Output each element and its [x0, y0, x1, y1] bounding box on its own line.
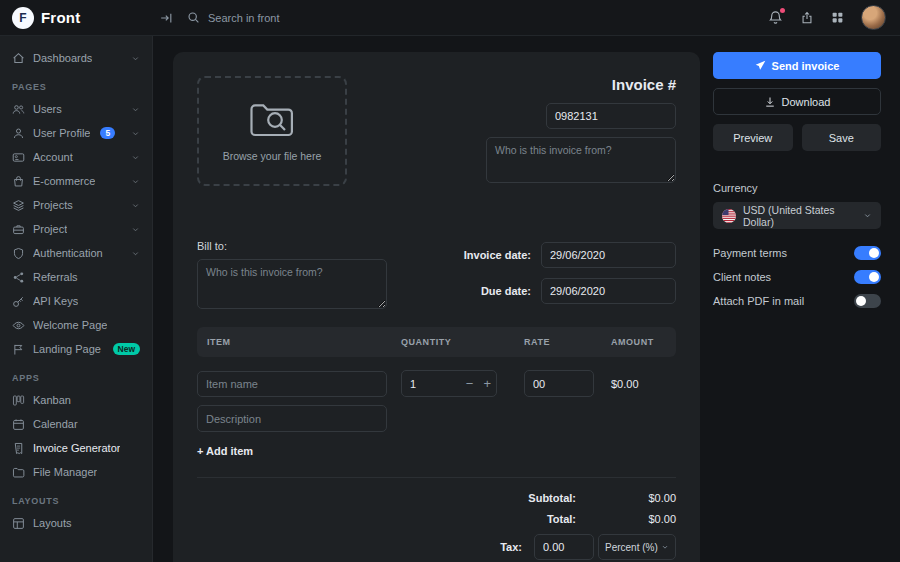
key-icon	[12, 295, 25, 308]
sidebar-item-api-keys[interactable]: API Keys	[0, 289, 152, 313]
logo-upload-dropzone[interactable]: Browse your file here	[197, 76, 347, 186]
sidebar-section-pages: PAGES	[12, 82, 140, 92]
folder-icon	[12, 466, 25, 479]
sidebar-item-account[interactable]: Account	[0, 145, 152, 169]
item-row: − + $0.00	[197, 370, 676, 397]
due-date-label: Due date:	[481, 285, 531, 297]
currency-label: Currency	[713, 182, 881, 194]
main-content: Browse your file here Invoice # Bill to:…	[154, 36, 900, 562]
search-input[interactable]	[208, 12, 388, 24]
sidebar-item-invoice-generator[interactable]: Invoice Generator	[0, 436, 152, 460]
sidebar-item-authentication[interactable]: Authentication	[0, 241, 152, 265]
chevron-down-icon	[131, 54, 140, 63]
sidebar-item-projects[interactable]: Projects	[0, 193, 152, 217]
quantity-increase-button[interactable]: +	[478, 377, 496, 390]
sidebar-item-ecommerce[interactable]: E-commerce	[0, 169, 152, 193]
preview-button[interactable]: Preview	[713, 124, 793, 151]
us-flag-icon	[722, 209, 736, 223]
invoice-date-input[interactable]	[541, 242, 676, 268]
payment-terms-label: Payment terms	[713, 247, 787, 259]
sidebar-collapse-icon[interactable]	[159, 11, 173, 25]
sidebar-item-layouts[interactable]: Layouts	[0, 511, 152, 535]
sidebar: Dashboards PAGES Users User Profile 5 Ac…	[0, 36, 153, 562]
quantity-stepper: − +	[401, 370, 497, 397]
calendar-icon	[12, 418, 25, 431]
due-date-input[interactable]	[541, 278, 676, 304]
upload-caption: Browse your file here	[223, 150, 322, 162]
download-button[interactable]: Download	[713, 88, 881, 115]
total-label: Total:	[547, 513, 576, 525]
col-item: ITEM	[207, 337, 401, 347]
invoice-from-textarea[interactable]	[486, 137, 676, 183]
shopping-bag-icon	[12, 175, 25, 188]
notification-dot	[780, 8, 785, 13]
brand[interactable]: F Front	[0, 7, 153, 29]
navbar-actions	[768, 5, 900, 30]
export-icon[interactable]	[800, 11, 814, 25]
layers-icon	[12, 199, 25, 212]
rate-input[interactable]	[524, 370, 594, 397]
sidebar-item-dashboards[interactable]: Dashboards	[0, 46, 152, 70]
quantity-input[interactable]	[402, 378, 436, 390]
sidebar-item-project[interactable]: Project	[0, 217, 152, 241]
totals-divider	[197, 477, 676, 478]
sidebar-item-user-profile[interactable]: User Profile 5	[0, 121, 152, 145]
folder-search-icon	[249, 101, 295, 139]
quantity-decrease-button[interactable]: −	[461, 377, 479, 390]
tax-type-value: Percent (%)	[605, 542, 658, 553]
chevron-down-icon	[131, 153, 140, 162]
attach-pdf-toggle[interactable]	[854, 294, 881, 308]
save-button[interactable]: Save	[802, 124, 882, 151]
chevron-down-icon	[131, 177, 140, 186]
sidebar-item-kanban[interactable]: Kanban	[0, 388, 152, 412]
brand-name: Front	[41, 9, 80, 26]
item-name-input[interactable]	[197, 371, 387, 397]
chevron-down-icon	[131, 105, 140, 114]
currency-value: USD (United States Dollar)	[743, 204, 856, 228]
item-description-input[interactable]	[197, 405, 387, 432]
sidebar-item-landing-page[interactable]: Landing Page New	[0, 337, 152, 361]
count-badge: 5	[100, 127, 115, 139]
global-search[interactable]	[187, 11, 388, 24]
sidebar-section-layouts: LAYOUTS	[12, 496, 140, 506]
apps-grid-icon[interactable]	[831, 11, 844, 24]
eye-icon	[12, 319, 25, 332]
notifications-bell-icon[interactable]	[768, 10, 783, 25]
sidebar-item-users[interactable]: Users	[0, 97, 152, 121]
shield-icon	[12, 247, 25, 260]
briefcase-icon	[12, 223, 25, 236]
sidebar-item-welcome-page[interactable]: Welcome Page	[0, 313, 152, 337]
client-notes-toggle[interactable]	[854, 270, 881, 284]
total-value: $0.00	[576, 513, 676, 525]
id-card-icon	[12, 151, 25, 164]
sidebar-item-calendar[interactable]: Calendar	[0, 412, 152, 436]
col-amount: AMOUNT	[611, 337, 666, 347]
payment-terms-toggle[interactable]	[854, 246, 881, 260]
chevron-down-icon	[131, 249, 140, 258]
top-navbar: F Front	[0, 0, 900, 36]
tax-label: Tax:	[500, 541, 522, 553]
tax-value-input[interactable]	[534, 534, 594, 560]
chevron-down-icon	[131, 225, 140, 234]
invoice-number-input[interactable]	[546, 103, 676, 129]
users-icon	[12, 103, 25, 116]
tax-type-select[interactable]: Percent (%)	[598, 534, 676, 560]
user-avatar[interactable]	[861, 5, 886, 30]
subtotal-label: Subtotal:	[528, 492, 576, 504]
currency-select[interactable]: USD (United States Dollar)	[713, 202, 881, 229]
bill-to-textarea[interactable]	[197, 259, 387, 309]
flag-icon	[12, 343, 25, 356]
new-badge: New	[113, 343, 140, 355]
actions-panel: Send invoice Download Preview Save Curre…	[713, 52, 881, 562]
add-item-button[interactable]: + Add item	[197, 445, 253, 457]
col-rate: RATE	[524, 337, 611, 347]
invoice-title: Invoice #	[612, 76, 676, 93]
subtotal-value: $0.00	[576, 492, 676, 504]
col-quantity: QUANTITY	[401, 337, 524, 347]
send-invoice-button[interactable]: Send invoice	[713, 52, 881, 79]
chevron-down-icon	[661, 543, 669, 551]
chevron-down-icon	[863, 211, 872, 220]
sidebar-item-referrals[interactable]: Referrals	[0, 265, 152, 289]
user-icon	[12, 127, 25, 140]
sidebar-item-file-manager[interactable]: File Manager	[0, 460, 152, 484]
